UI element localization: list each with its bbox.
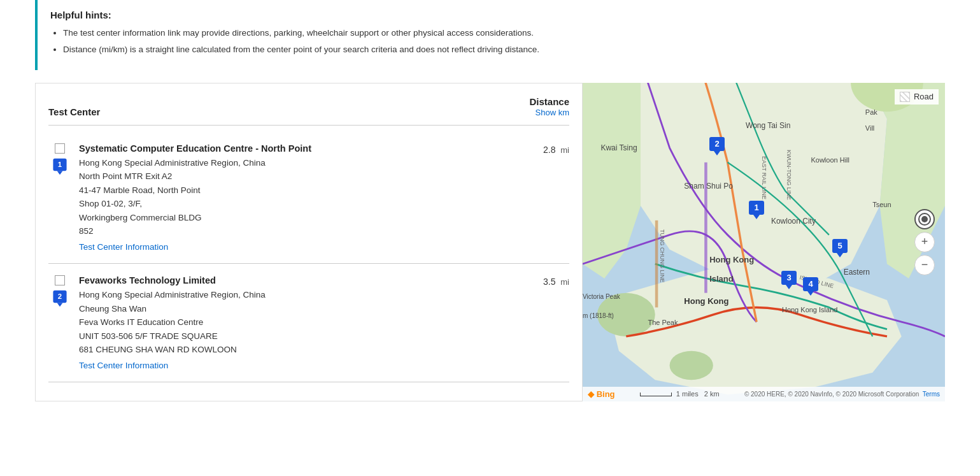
list-header: Test Center Distance Show km [48,96,569,126]
hint-item-2: Distance (mi/km) is a straight line calc… [63,43,932,56]
svg-text:2: 2 [714,139,719,148]
main-content: Test Center Distance Show km 1 [35,83,945,401]
map-zoom-controls: + − [914,209,935,275]
map-panel: Kwai Tsing Wong Tai Sin Sham Shui Po Kow… [583,83,945,401]
tc-distance-1: 2.8 mi [512,143,569,252]
tc-distance-value-2: 3.5 [543,277,555,287]
map-copyright: © 2020 HERE, © 2020 NavInfo, © 2020 Micr… [744,391,940,398]
map-marker-5: 5 [831,238,849,259]
tc-checkbox-2[interactable] [55,275,65,285]
map-zoom-out-button[interactable]: − [914,255,935,275]
tc-info-link-1[interactable]: Test Center Information [79,242,168,252]
tc-address-1-line-5: 852 [79,224,504,238]
svg-rect-14 [655,220,658,307]
tc-distance-unit-2: mi [560,277,569,287]
hints-list: The test center information link may pro… [50,27,932,57]
map-container[interactable]: Kwai Tsing Wong Tai Sin Sham Shui Po Kow… [583,83,945,401]
tc-address-1-line-3: Shop 01-02, 3/F, [79,197,504,211]
road-label: Road [914,92,934,101]
bing-logo: ◆ Bing [588,389,615,399]
tc-address-2-line-0: Hong Kong Special Administrative Region,… [79,288,504,302]
tc-address-1-line-4: Workingberg Commercial BLDG [79,211,504,225]
scale-label-2km: 2 km [704,390,720,398]
svg-marker-27 [807,291,814,296]
svg-rect-15 [704,162,707,292]
hints-section: Helpful hints: The test center informati… [35,0,945,70]
tc-distance-2: 3.5 mi [512,275,569,370]
tc-name-2: Fevaworks Technology Limited [79,275,504,285]
tc-address-2-line-3: UNIT 503-506 5/F TRADE SQUARE [79,329,504,343]
map-svg [583,83,945,401]
list-panel: Test Center Distance Show km 1 [35,83,583,401]
svg-point-12 [670,350,713,380]
tc-checkbox-1[interactable] [55,143,65,154]
copyright-text: © 2020 HERE, © 2020 NavInfo, © 2020 Micr… [744,391,919,398]
map-marker-2: 2 [708,136,726,157]
hints-title: Helpful hints: [50,10,932,20]
svg-text:2: 2 [58,292,62,300]
map-marker-1: 1 [748,199,765,221]
location-icon [921,216,928,222]
svg-text:5: 5 [837,241,842,250]
tc-checkbox-area-1: 1 [48,143,71,252]
test-center-row-2: 2 Fevaworks Technology Limited Hong Kong… [48,264,569,382]
tc-pin-1: 1 [51,157,69,177]
tc-pin-2: 2 [51,289,69,308]
bing-text: Bing [597,389,615,399]
map-scale: 1 miles 2 km [640,390,720,398]
tc-address-2-line-2: Feva Works IT Education Centre [79,315,504,329]
tc-details-1: Systematic Computer Education Centre - N… [79,143,504,252]
svg-point-11 [597,292,655,336]
terms-link[interactable]: Terms [923,391,940,398]
svg-marker-5 [57,303,63,307]
bing-b: ◆ [588,389,594,399]
scale-bar [640,393,672,396]
road-icon [900,92,910,102]
svg-marker-21 [714,151,720,155]
scale-label-1mi: 1 miles [676,390,699,398]
tc-address-1-line-2: 41-47 Marble Road, North Point [79,184,504,198]
svg-text:1: 1 [754,203,758,212]
show-km-link[interactable]: Show km [536,108,569,117]
tc-address-1-line-0: Hong Kong Special Administrative Region,… [79,156,504,170]
map-marker-3: 3 [780,270,798,291]
distance-column-header: Distance Show km [529,96,569,117]
map-location-button[interactable] [914,209,935,229]
test-center-row-1: 1 Systematic Computer Education Centre -… [48,132,569,264]
svg-marker-18 [753,215,760,219]
hint-item-1: The test center information link may pro… [63,27,932,40]
page-wrapper: Helpful hints: The test center informati… [0,0,980,476]
svg-text:1: 1 [58,161,62,168]
svg-marker-24 [786,285,792,289]
test-center-column-header: Test Center [48,106,100,117]
svg-marker-2 [57,171,63,175]
map-footer: ◆ Bing 1 miles 2 km © 2020 HERE, © 2020 … [583,387,945,401]
tc-details-2: Fevaworks Technology Limited Hong Kong S… [79,275,504,370]
tc-address-2-line-4: 681 CHEUNG SHA WAN RD KOWLOON [79,343,504,357]
tc-address-2-line-1: Cheung Sha Wan [79,302,504,316]
tc-distance-value-1: 2.8 [543,145,555,155]
tc-address-1-line-1: North Point MTR Exit A2 [79,169,504,184]
map-zoom-in-button[interactable]: + [914,232,935,252]
svg-marker-30 [837,253,843,257]
tc-distance-unit-1: mi [560,145,569,155]
svg-text:4: 4 [809,279,814,289]
tc-checkbox-area-2: 2 [48,275,71,370]
tc-name-1: Systematic Computer Education Centre - N… [79,143,504,154]
map-road-toggle[interactable]: Road [895,89,939,105]
distance-label: Distance [529,96,569,107]
map-marker-4: 4 [802,276,820,298]
svg-text:3: 3 [787,273,792,282]
tc-info-link-2[interactable]: Test Center Information [79,361,168,370]
